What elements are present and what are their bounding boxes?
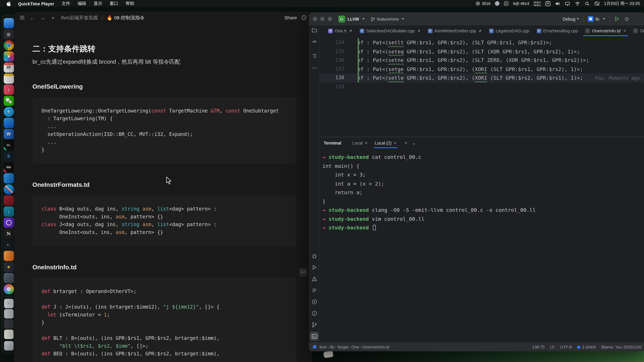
dock-icon-wechat[interactable] [4, 96, 14, 106]
caret-position[interactable]: 138:75 [532, 345, 545, 349]
dock-icon-photos[interactable] [4, 51, 14, 62]
terminal-tool-icon[interactable] [310, 332, 319, 341]
zoom-window-button[interactable] [328, 17, 332, 21]
menubar-menu-文件[interactable]: 文件 [62, 1, 70, 6]
menubar-menu-帮助[interactable]: 帮助 [126, 1, 134, 6]
vcs-branch-widget[interactable]: feature/one [370, 16, 404, 21]
code-block-oneinstrformats[interactable]: class B<dag outs, dag ins, string asm, l… [32, 195, 296, 246]
dock-icon-purple-ring-app[interactable] [4, 217, 14, 228]
dock-icon-orange-app[interactable] [4, 251, 14, 261]
dock-icon-notes[interactable] [4, 73, 14, 84]
widget-text[interactable]: 6@·4614 [513, 1, 529, 6]
project-widget[interactable]: LL LLVM [338, 15, 364, 22]
editor-tab-LegalizeDAG.cpp[interactable]: CLegalizeDAG.cpp [485, 25, 533, 36]
terminal-options-icon[interactable]: ⌄ [412, 140, 416, 145]
minimize-window-button[interactable] [320, 17, 324, 21]
search-icon[interactable] [585, 1, 590, 6]
debug-tool-icon[interactable] [310, 251, 319, 260]
dock-icon-archive-file[interactable] [4, 309, 13, 319]
back-icon[interactable]: ← [29, 14, 36, 21]
code-editor[interactable]: 134ef : Pat<(setlt GPR:$rs1, GPR:$rs2), … [320, 36, 644, 137]
breadcrumb-page[interactable]: 🔥 08-控制流指令 [106, 14, 145, 21]
new-terminal-icon[interactable]: + [404, 140, 407, 145]
project-tool-icon[interactable] [310, 25, 319, 34]
editor-tab-OneInstrFormats.td[interactable]: OneInstrFormats.td [630, 25, 644, 36]
editor-tab-SelectionDAGBuilder.cpp[interactable]: CSelectionDAGBuilder.cpp [356, 25, 424, 36]
terminal-tab-Local[interactable]: Local× [349, 137, 371, 148]
dock-icon-word[interactable]: W [4, 129, 14, 139]
debug-mode-selector[interactable]: Debug [563, 16, 579, 21]
run-button[interactable] [614, 16, 620, 22]
editor-line[interactable]: 139 [320, 82, 644, 91]
dock-icon-rubymine[interactable]: RM [4, 162, 14, 172]
code-block-oneinstrinfo[interactable]: def brtarget : Operand<OtherVT>; def J :… [32, 278, 296, 362]
app-square-icon[interactable] [504, 1, 509, 6]
editor-line[interactable]: 138ef : Pat<(setle GPR:$rs1, GPR:$rs2), … [320, 73, 644, 82]
editor-line[interactable]: 135ef : Pat<(seteq GPR:$rs1, GPR:$rs2), … [320, 47, 644, 56]
close-icon[interactable]: × [624, 28, 626, 33]
breadcrumb-item[interactable]: lib [330, 345, 334, 349]
todo-tool-icon[interactable] [310, 286, 319, 295]
dock-icon-calendar[interactable]: 20 [4, 62, 14, 73]
more-tools-icon[interactable] [310, 63, 319, 72]
dock-icon-dark-grid-app[interactable]: ▦ [4, 29, 14, 39]
dock-icon-document-file[interactable]: ≡ [4, 299, 13, 308]
structure-tool-icon[interactable] [310, 51, 319, 60]
dock-icon-browser-alt[interactable] [4, 284, 14, 294]
dock-icon-red-app[interactable] [4, 195, 14, 206]
breadcrumb-item[interactable]: One [352, 345, 359, 349]
breadcrumb-root[interactable]: llvm后端开发实践 [61, 14, 98, 21]
control-center-icon[interactable] [594, 1, 600, 6]
terminal-tab-Local (2)[interactable]: Local (2)× [371, 137, 400, 148]
editor-tab-ErrorHandling.cpp[interactable]: CErrorHandling.cpp [533, 25, 582, 36]
display-icon[interactable] [564, 1, 570, 6]
avatar-menu-icon[interactable] [495, 1, 500, 6]
problems-tool-icon[interactable] [310, 274, 319, 283]
dock-icon-screenshot-file[interactable] [4, 330, 13, 339]
dock-icon-app-file-dark[interactable] [4, 319, 13, 329]
menubar-menu-编辑[interactable]: 编辑 [78, 1, 86, 6]
memory-indicator[interactable]: 2 Δ/N/A [577, 345, 596, 349]
menubar-clock[interactable]: 1月20日 周一 23:25 [604, 1, 640, 6]
dock-icon-dev-dark-app[interactable]: S [4, 151, 14, 161]
updates-clock-icon[interactable] [300, 14, 307, 21]
editor-line[interactable]: 137ef : Pat<(setge GPR:$rs1, GPR:$rs2), … [320, 64, 644, 73]
file-encoding[interactable]: UTF-8 [560, 345, 572, 349]
terminal-title[interactable]: Terminal [324, 140, 341, 145]
breadcrumb-item[interactable]: OneInstrInfo.td [362, 345, 390, 349]
dock-icon-vscode[interactable] [4, 173, 14, 183]
dock-icon-design-app[interactable]: ◆ [4, 262, 14, 272]
dock-icon-music[interactable]: ♪ [4, 84, 14, 95]
dock-icon-downloader-app[interactable]: ↓ [4, 206, 14, 217]
new-page-icon[interactable]: + [50, 14, 56, 21]
terminal-output[interactable]: → study-backend cat control_00.cint main… [320, 148, 644, 232]
volume-icon[interactable] [555, 1, 560, 6]
menubar-menu-窗口[interactable]: 窗口 [110, 1, 118, 6]
dock-icon-clion[interactable]: CL [4, 140, 14, 150]
comment-button[interactable] [299, 268, 307, 276]
apple-menu-icon[interactable] [6, 1, 12, 6]
close-icon[interactable]: × [365, 140, 368, 145]
services-tool-icon[interactable] [310, 297, 319, 306]
dock-icon-blue-app[interactable] [4, 118, 14, 128]
forward-icon[interactable]: → [40, 14, 46, 21]
breadcrumb-item[interactable]: Target [337, 345, 348, 349]
dock-icon-slate-app[interactable] [4, 273, 14, 283]
inspections-tool-icon[interactable] [310, 309, 319, 318]
close-window-button[interactable] [313, 17, 317, 21]
network-speed[interactable]: 0KB/s 0KB/s [534, 1, 541, 6]
code-block-oneisellowering[interactable]: OneTargetLowering::OneTargetLowering(con… [32, 97, 296, 164]
terminal-cursor[interactable] [373, 225, 376, 230]
sidebar-toggle-icon[interactable] [19, 14, 26, 21]
editor-tab-One.h[interactable]: HOne.h [324, 25, 356, 36]
breadcrumb-item[interactable]: llvm [320, 345, 327, 349]
dock-icon-terminal-app[interactable]: >_ [4, 240, 14, 250]
share-button[interactable]: Share [284, 15, 297, 20]
debug-button[interactable] [624, 16, 630, 22]
dock-icon-finder[interactable] [4, 18, 14, 28]
git-blame-status[interactable]: Blame: You 2025/1/20 [602, 345, 642, 349]
commit-tool-icon[interactable] [310, 37, 319, 46]
run-tool-icon[interactable] [310, 263, 319, 272]
editor-tab-OneInstrInfo.td[interactable]: OneInstrInfo.td× [582, 25, 630, 36]
close-icon[interactable]: × [394, 140, 396, 145]
